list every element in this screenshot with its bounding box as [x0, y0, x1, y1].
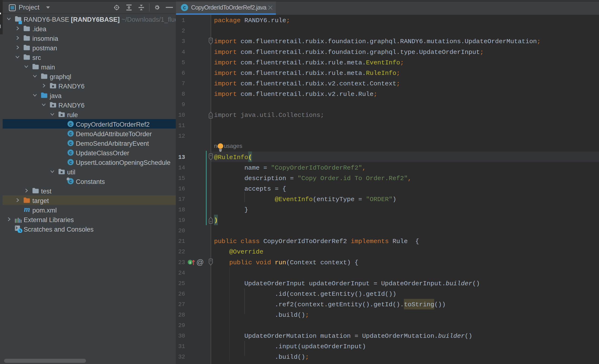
svg-text:C: C: [69, 122, 72, 127]
svg-text:C: C: [69, 141, 72, 146]
svg-text:C: C: [69, 132, 72, 136]
svg-text:I: I: [190, 261, 191, 264]
svg-text:C: C: [69, 160, 72, 165]
svg-text:C: C: [183, 5, 186, 11]
svg-text:C: C: [69, 151, 72, 155]
svg-text:m: m: [24, 206, 30, 213]
